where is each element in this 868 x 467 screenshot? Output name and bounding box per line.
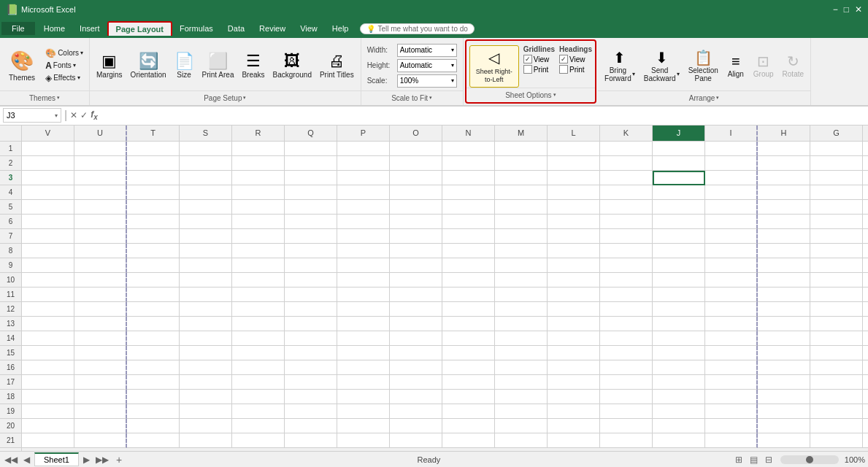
cell[interactable] — [180, 273, 232, 287]
col-header-t[interactable]: T — [127, 126, 180, 141]
cell[interactable] — [127, 156, 180, 171]
cell[interactable] — [653, 433, 705, 448]
cell[interactable] — [285, 185, 337, 200]
cell[interactable] — [653, 229, 705, 244]
cell[interactable] — [390, 244, 442, 258]
cell[interactable] — [442, 244, 495, 258]
cell[interactable] — [180, 317, 232, 331]
cell[interactable] — [758, 215, 810, 229]
nav-prev-sheet2[interactable]: ◀ — [22, 455, 31, 465]
fonts-button[interactable]: AFonts▾ — [42, 60, 86, 72]
cell[interactable] — [22, 331, 74, 346]
cell[interactable] — [74, 390, 127, 404]
row-num-16[interactable]: 16 — [0, 360, 21, 375]
cell[interactable] — [705, 287, 758, 302]
cell[interactable] — [22, 346, 74, 360]
cell[interactable] — [758, 302, 810, 317]
cell[interactable] — [442, 273, 495, 287]
cell[interactable] — [337, 433, 390, 448]
cell[interactable] — [495, 360, 548, 375]
themes-button[interactable]: 🎨 Themes — [3, 48, 41, 83]
cell[interactable] — [390, 390, 442, 404]
cell[interactable] — [600, 200, 653, 215]
cell[interactable] — [127, 302, 180, 317]
cell[interactable] — [442, 375, 495, 390]
cell[interactable] — [285, 273, 337, 287]
cell[interactable] — [285, 200, 337, 215]
cell[interactable] — [180, 142, 232, 156]
cell[interactable] — [442, 360, 495, 375]
cell[interactable] — [337, 229, 390, 244]
col-header-r[interactable]: R — [232, 126, 285, 141]
cell[interactable] — [127, 215, 180, 229]
cell[interactable] — [863, 244, 868, 258]
cell[interactable] — [74, 229, 127, 244]
cell[interactable] — [600, 419, 653, 433]
cell[interactable] — [127, 171, 180, 185]
cell[interactable] — [810, 229, 863, 244]
cell[interactable] — [285, 156, 337, 171]
cell[interactable] — [863, 287, 868, 302]
cell[interactable] — [442, 185, 495, 200]
cell[interactable] — [863, 302, 868, 317]
scale-to-fit-group-label[interactable]: Scale to Fit ▾ — [361, 90, 463, 105]
cell[interactable] — [495, 171, 548, 185]
row-num-19[interactable]: 19 — [0, 404, 21, 419]
cell[interactable] — [810, 273, 863, 287]
cell[interactable] — [548, 244, 600, 258]
cell[interactable] — [863, 375, 868, 390]
cell[interactable] — [863, 156, 868, 171]
cell[interactable] — [548, 317, 600, 331]
cell[interactable] — [390, 433, 442, 448]
menu-home[interactable]: Home — [37, 22, 72, 35]
cell[interactable] — [758, 433, 810, 448]
cell[interactable] — [653, 317, 705, 331]
tell-me-input[interactable]: 💡 Tell me what you want to do — [360, 23, 474, 34]
cell[interactable] — [653, 331, 705, 346]
col-header-j[interactable]: J — [653, 126, 705, 141]
cell[interactable] — [548, 215, 600, 229]
row-num-20[interactable]: 20 — [0, 419, 21, 433]
row-num-8[interactable]: 8 — [0, 244, 21, 258]
cell[interactable] — [127, 404, 180, 419]
row-num-1[interactable]: 1 — [0, 142, 21, 156]
cell[interactable] — [495, 375, 548, 390]
sheet-right-to-left-button[interactable]: ◁ Sheet Right-to-Left — [469, 45, 519, 88]
zoom-level[interactable]: 100% — [845, 455, 865, 464]
col-header-i[interactable]: I — [705, 126, 758, 141]
cell[interactable] — [127, 390, 180, 404]
nav-prev-sheet[interactable]: ◀◀ — [3, 455, 19, 465]
cell[interactable] — [600, 287, 653, 302]
effects-button[interactable]: ◈Effects▾ — [42, 72, 86, 84]
cell[interactable] — [758, 287, 810, 302]
cell[interactable] — [758, 273, 810, 287]
cell[interactable] — [232, 142, 285, 156]
cell[interactable] — [705, 317, 758, 331]
row-num-10[interactable]: 10 — [0, 273, 21, 287]
width-dropdown[interactable]: Automatic▾ — [397, 44, 457, 57]
cell[interactable] — [74, 419, 127, 433]
cell[interactable] — [442, 156, 495, 171]
cell[interactable] — [810, 200, 863, 215]
cell[interactable] — [548, 200, 600, 215]
cell[interactable] — [653, 346, 705, 360]
cell[interactable] — [600, 156, 653, 171]
col-header-s[interactable]: S — [180, 126, 232, 141]
themes-group-label[interactable]: Themes ▾ — [0, 90, 89, 105]
row-num-6[interactable]: 6 — [0, 215, 21, 229]
cell[interactable] — [127, 433, 180, 448]
cell[interactable] — [810, 258, 863, 273]
cell[interactable] — [127, 229, 180, 244]
close-btn[interactable]: ✕ — [855, 4, 862, 15]
cell[interactable] — [705, 142, 758, 156]
cell[interactable] — [22, 360, 74, 375]
cell[interactable] — [127, 317, 180, 331]
cell[interactable] — [653, 360, 705, 375]
cell[interactable] — [442, 200, 495, 215]
cell[interactable] — [442, 433, 495, 448]
cell[interactable] — [863, 142, 868, 156]
col-header-k[interactable]: K — [600, 126, 653, 141]
cell[interactable] — [653, 404, 705, 419]
cell[interactable] — [22, 200, 74, 215]
cell[interactable] — [548, 142, 600, 156]
